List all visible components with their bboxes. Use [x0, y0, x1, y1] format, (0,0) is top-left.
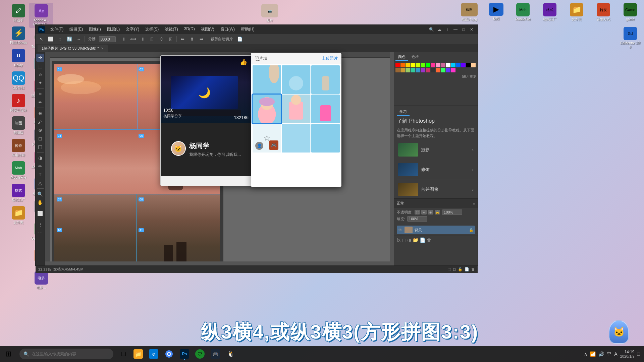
align-top-btn[interactable]: ⍐ [148, 36, 156, 43]
photo-cell-7[interactable]: ☆ 🎮 👤 [253, 124, 281, 153]
taskbar-qq[interactable]: 🐧 [223, 347, 238, 361]
opacity-input[interactable] [442, 209, 462, 215]
swatch-dark[interactable] [431, 68, 435, 72]
taskbar-chrome[interactable] [162, 347, 176, 361]
photo-cell-1[interactable] [253, 65, 281, 94]
swatch-light-pink[interactable] [436, 63, 440, 67]
swatch-orange-red[interactable] [436, 68, 440, 72]
dodge-tool[interactable]: ◑ [36, 154, 44, 162]
eraser-tool[interactable]: ◻ [36, 134, 44, 142]
horizontal-scrollbar[interactable] [45, 261, 394, 265]
layer-adj-btn[interactable]: ◑ [407, 237, 411, 243]
menu-edit[interactable]: 编辑(E) [67, 26, 86, 33]
swatch-sage[interactable] [406, 68, 410, 72]
layers-menu-btn[interactable]: ≡ [473, 201, 475, 205]
swatch-cyan[interactable] [451, 63, 455, 67]
photo-cell-8[interactable] [282, 124, 310, 153]
learn-item-photography[interactable]: 摄影 › [397, 142, 475, 158]
search-btn[interactable]: 🔍 [428, 27, 435, 32]
vertical-scrollbar[interactable] [390, 52, 394, 261]
swatch-blue[interactable] [456, 63, 461, 67]
swatch-red[interactable] [395, 63, 400, 67]
ps-tab-active[interactable]: 1例子图片.JPG @ 33.3%(RGB/8) * ✕ [38, 45, 108, 52]
tab-learn[interactable]: 学习 [397, 109, 410, 116]
rect-tool-btn[interactable]: ⬜ [47, 36, 54, 43]
layer-group-btn[interactable]: 📁 [413, 237, 418, 243]
layer-del-btn[interactable]: 🗑 [427, 237, 431, 243]
desktop-icon-game2[interactable]: Game game [618, 2, 642, 23]
search-input[interactable] [32, 352, 99, 356]
desktop-icon-gdmentor[interactable]: Gd GdMentor 19/9 [618, 25, 642, 51]
swatch-mint[interactable] [441, 68, 445, 72]
close-btn[interactable]: ✕ [468, 27, 475, 32]
layer-item-background[interactable]: 👁 背景 🔒 [397, 226, 475, 234]
align-bottom-btn[interactable]: ⍗ [167, 36, 174, 43]
taskbar-ps[interactable]: Ps [177, 347, 192, 361]
menu-filter[interactable]: 滤镜(T) [162, 26, 180, 33]
opt-btn-4[interactable]: 🔄 [66, 36, 73, 43]
opacity-effect-btn[interactable]: ◈ [428, 210, 433, 215]
photos-upload-btn[interactable]: 上传照片 [322, 56, 338, 61]
desktop-icon-jiegetu[interactable]: 截图 截图片.jpg [457, 2, 481, 23]
swatch-sky[interactable] [416, 68, 420, 72]
tray-ime-icon[interactable]: A [614, 351, 617, 357]
menu-image[interactable]: 图像(I) [86, 26, 103, 33]
move-tool-btn[interactable]: ↖ [38, 36, 45, 43]
desktop-icon-zhuanfa2[interactable]: 转发 转发方式 [591, 2, 615, 23]
swatch-indigo[interactable] [446, 68, 450, 72]
align-center-v-btn[interactable]: ⇳ [158, 36, 165, 43]
photo-cell-9[interactable] [311, 124, 340, 153]
maximize-btn[interactable]: □ [460, 27, 467, 32]
swatch-teal[interactable] [411, 68, 415, 72]
swatch-gold[interactable] [400, 68, 405, 72]
tray-notification-icon[interactable]: □ [637, 351, 640, 357]
learn-item-composite[interactable]: 合并图像 › [397, 181, 475, 197]
opt-btn-5[interactable]: ↔ [75, 36, 83, 43]
desktop-icon-shipin[interactable]: ▶ 视频 [484, 2, 508, 23]
swatch-black[interactable] [466, 63, 471, 67]
taskbar-task-view[interactable]: ❑ [116, 347, 131, 361]
desktop-icon-ae[interactable]: Ae Adobe A...Effects C... [29, 3, 53, 28]
fill-input[interactable] [407, 216, 427, 222]
photo-cell-6[interactable] [311, 95, 340, 123]
opacity-blend-btn[interactable]: ⬚ [415, 210, 420, 215]
opacity-lock-btn[interactable]: 🔒 [435, 210, 440, 215]
tray-lang-icon[interactable]: 中 [607, 351, 611, 357]
layer-fx-btn[interactable]: fx [397, 237, 400, 243]
crop-tool[interactable]: ⌗ [36, 90, 44, 98]
swatch-orange[interactable] [400, 63, 405, 67]
menu-help[interactable]: 帮助(H) [238, 26, 257, 33]
taskbar-edge[interactable]: e [146, 347, 161, 361]
tab-close-btn[interactable]: ✕ [101, 47, 104, 50]
desktop-icon-wjj2[interactable]: 📁 文件夹 [565, 2, 589, 23]
align-center-h-btn[interactable]: ⟺ [129, 36, 137, 43]
dist-center-btn[interactable]: ⬆ [188, 36, 196, 43]
zoom-tool[interactable]: 🔍 [36, 190, 44, 198]
align-right-btn[interactable]: ⫵ [139, 36, 146, 43]
tray-up-arrow[interactable]: ∧ [584, 351, 587, 357]
gradient-tool[interactable]: ◫ [36, 143, 44, 151]
layer-new-btn[interactable]: 📄 [420, 237, 425, 243]
extra-tools[interactable]: ⋮ [36, 221, 44, 229]
pen-tool[interactable]: ✏ [36, 162, 44, 170]
tray-network-icon[interactable]: 📶 [590, 351, 596, 357]
menu-layer[interactable]: 图层(L) [104, 26, 123, 33]
selection-tool[interactable]: ⬚ [36, 62, 44, 70]
magic-wand-tool[interactable]: ✦ [36, 79, 44, 87]
heal-tool[interactable]: ⊕ [36, 109, 44, 117]
swatch-pink[interactable] [431, 63, 435, 67]
swatch-white[interactable] [446, 63, 450, 67]
eyedropper-tool[interactable]: ✒ [36, 98, 44, 106]
menu-text[interactable]: 文字(Y) [123, 26, 142, 33]
rect-marquee-tool[interactable]: ⬜ [36, 209, 44, 218]
swatch-violet[interactable] [421, 68, 425, 72]
taskbar-steam[interactable]: 🎮 [208, 347, 223, 361]
swatch-magenta[interactable] [451, 68, 455, 72]
desktop-icon-dianduo[interactable]: 电多 电多... [29, 270, 53, 291]
tray-clock[interactable]: 14:19 2020/1/9 [620, 350, 635, 358]
opacity-paint-btn[interactable]: ✒ [421, 210, 427, 215]
photo-cell-5[interactable] [282, 95, 310, 123]
shape-tool[interactable]: △ [36, 179, 44, 187]
swatch-peach[interactable] [471, 63, 476, 67]
autocrop-btn[interactable]: 📄 [236, 36, 244, 43]
